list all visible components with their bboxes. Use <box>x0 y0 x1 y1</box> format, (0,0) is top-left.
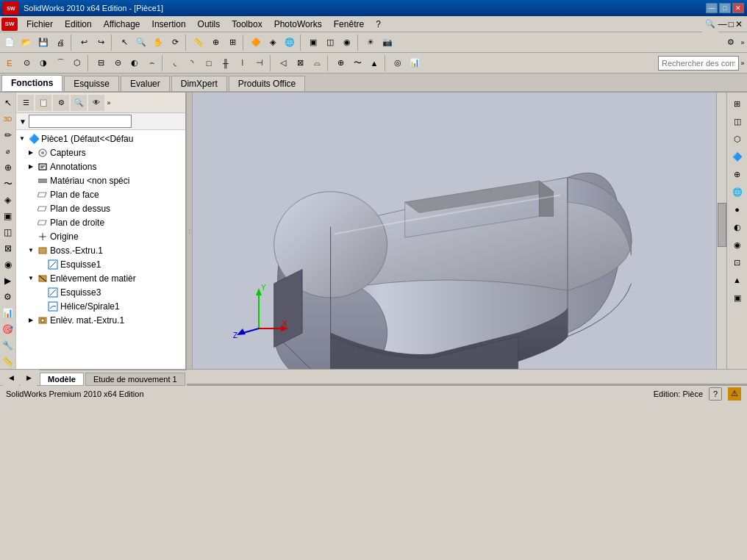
tree-item-enlevement[interactable]: ▼ Enlèvement de matièr <box>16 271 185 285</box>
tab-produits-office[interactable]: Produits Office <box>229 76 305 91</box>
left-icon-motion[interactable]: ▶ <box>1 273 15 288</box>
command-search-input[interactable] <box>658 56 739 71</box>
panel-tb-search[interactable]: 🔍 <box>71 95 87 111</box>
vscroll-thumb[interactable] <box>718 203 726 247</box>
tb-expand-2[interactable]: » <box>740 55 746 71</box>
tb2-shell-button[interactable]: □ <box>201 55 217 71</box>
vertical-scrollbar[interactable] <box>716 93 726 369</box>
vr-icon-view12[interactable]: ▣ <box>729 290 746 306</box>
tb2-mirror-button[interactable]: ⊣ <box>251 55 268 71</box>
menu-fenetre[interactable]: Fenêtre <box>328 18 370 31</box>
maximize-button[interactable]: □ <box>719 3 731 13</box>
vr-icon-view7[interactable]: ● <box>729 201 746 218</box>
search-button[interactable]: 🔍 <box>702 16 718 32</box>
vr-icon-view8[interactable]: ◐ <box>729 219 746 235</box>
scroll-left-button[interactable]: ◀ <box>3 370 19 386</box>
tree-item-plan-face[interactable]: Plan de face <box>16 187 185 201</box>
vr-icon-view3[interactable]: ⬡ <box>729 131 746 147</box>
menu-photoworks[interactable]: PhotoWorks <box>268 18 328 31</box>
vr-icon-view10[interactable]: ⊡ <box>729 254 746 270</box>
tb2-revolved-cut-button[interactable]: ⊝ <box>110 55 126 71</box>
vr-icon-view2[interactable]: ◫ <box>729 113 746 129</box>
panel-tb-prop[interactable]: 📋 <box>35 95 51 111</box>
model-tab-modele[interactable]: Modèle <box>40 373 84 386</box>
left-icon-sketch2d[interactable]: ✏ <box>1 128 15 143</box>
menu-edition[interactable]: Edition <box>59 18 98 31</box>
tb-measure-button[interactable]: 📏 <box>190 35 207 51</box>
close-button[interactable]: ✕ <box>732 3 744 13</box>
tb-display-style-button[interactable]: ◉ <box>339 35 355 51</box>
tree-filter-input[interactable] <box>29 115 132 128</box>
tab-esquisse[interactable]: Esquisse <box>64 76 119 91</box>
tree-item-origine[interactable]: Origine <box>16 229 185 243</box>
tb-appearances-button[interactable]: ◈ <box>265 35 281 51</box>
tb2-fillet-button[interactable]: ◟ <box>167 55 183 71</box>
tb-scenes-button[interactable]: 🌐 <box>282 35 298 51</box>
status-info-button[interactable]: ⚠ <box>728 387 741 401</box>
tb-undo-button[interactable]: ↩ <box>76 35 92 51</box>
tb-open-button[interactable]: 📂 <box>18 35 35 51</box>
tb-select-button[interactable]: ↖ <box>116 35 132 51</box>
tree-item-material[interactable]: Matériau <non spéci <box>16 173 185 187</box>
left-icon-arrow[interactable]: ↖ <box>1 96 15 110</box>
tb-expand-1[interactable]: » <box>740 35 746 51</box>
left-icon-render[interactable]: ◉ <box>1 257 15 272</box>
left-icon-dim[interactable]: ⌀ <box>1 144 15 159</box>
vr-icon-view9[interactable]: ◉ <box>729 237 746 253</box>
tb2-chamfer-button[interactable]: ◝ <box>184 55 200 71</box>
tb2-pattern-button[interactable]: ⁞ <box>235 55 251 71</box>
panel-expand[interactable]: » <box>106 95 112 111</box>
tb-lights-button[interactable]: ☀ <box>362 35 379 51</box>
tb2-boundary-button[interactable]: ⬡ <box>69 55 85 71</box>
left-icon-cam[interactable]: 🎯 <box>1 322 15 337</box>
menu-help[interactable]: ? <box>370 18 387 31</box>
tb2-dome-button[interactable]: ⌓ <box>309 55 325 71</box>
left-icon-simu[interactable]: ⚙ <box>1 290 15 304</box>
tree-item-capteurs[interactable]: ▶ Capteurs <box>16 146 185 159</box>
vr-icon-view4[interactable]: 🔷 <box>729 148 746 165</box>
left-icon-curves[interactable]: 〜 <box>1 176 15 191</box>
left-icon-3d[interactable]: 3D <box>1 112 15 126</box>
tab-dimxpert[interactable]: DimXpert <box>171 76 227 91</box>
tb2-loft-cut-button[interactable]: ◐ <box>126 55 143 71</box>
tb2-instant3d-button[interactable]: ▲ <box>366 55 382 71</box>
left-icon-ref[interactable]: ⊕ <box>1 160 15 175</box>
tb2-scale-button[interactable]: ⊠ <box>292 55 308 71</box>
tb2-curves-button[interactable]: 〜 <box>349 55 365 71</box>
tb2-extruded-cut-button[interactable]: ⊟ <box>93 55 109 71</box>
app-close-button[interactable]: ✕ <box>735 19 743 29</box>
tree-item-esquisse1[interactable]: Esquisse1 <box>16 257 185 271</box>
left-icon-weld[interactable]: ⊠ <box>1 241 15 256</box>
left-icon-sheet[interactable]: ▣ <box>1 209 15 223</box>
panel-tb-config[interactable]: ⚙ <box>53 95 69 111</box>
tb-section-view-button[interactable]: ◫ <box>322 35 338 51</box>
left-icon-surfaces[interactable]: ◈ <box>1 193 15 207</box>
tb-smart-dim-button[interactable]: ⊕ <box>207 35 224 51</box>
tree-item-plan-droite[interactable]: Plan de droite <box>16 215 185 229</box>
tb2-extruded-boss-button[interactable]: E <box>1 55 18 71</box>
status-help-button[interactable]: ? <box>709 387 722 401</box>
tree-item-enlev-extru[interactable]: ▶ Enlèv. mat.-Extru.1 <box>16 313 185 327</box>
vr-icon-view1[interactable]: ⊞ <box>729 96 746 112</box>
tree-item-boss-extru[interactable]: ▼ Boss.-Extru.1 <box>16 243 185 257</box>
panel-tb-motion[interactable]: ☰ <box>18 95 34 111</box>
app-restore-button[interactable]: □ <box>729 19 734 29</box>
menu-outils[interactable]: Outils <box>192 18 226 31</box>
menu-toolbox[interactable]: Toolbox <box>226 18 268 31</box>
tree-root[interactable]: ▼ 🔷 Pièce1 (Défaut<<Défau <box>16 132 185 146</box>
app-minimize-button[interactable]: — <box>718 19 727 29</box>
tb-pan-button[interactable]: ✋ <box>150 35 166 51</box>
panel-resize-handle[interactable]: ⋮ <box>187 93 193 369</box>
tree-item-esquisse3[interactable]: Esquisse3 <box>16 285 185 299</box>
tb2-draft-button[interactable]: ◁ <box>275 55 291 71</box>
tb2-rib-button[interactable]: ╫ <box>218 55 234 71</box>
3d-viewport[interactable]: ⊞ 🔍 🔎 ◎ ⟳ ✋ ◫ 📐 ◉ ☀ 📷 👁 ⊡ ⬡ ◈ <box>193 93 716 369</box>
minimize-button[interactable]: — <box>706 3 718 13</box>
menu-affichage[interactable]: Affichage <box>98 18 146 31</box>
left-icon-tool[interactable]: 🔧 <box>1 338 15 353</box>
vr-icon-view5[interactable]: ⊕ <box>729 166 746 182</box>
vr-icon-view6[interactable]: 🌐 <box>729 184 746 200</box>
tb-relations-button[interactable]: ⊞ <box>224 35 240 51</box>
tree-item-plan-dessus[interactable]: Plan de dessus <box>16 201 185 215</box>
menu-fichier[interactable]: Fichier <box>21 18 59 31</box>
